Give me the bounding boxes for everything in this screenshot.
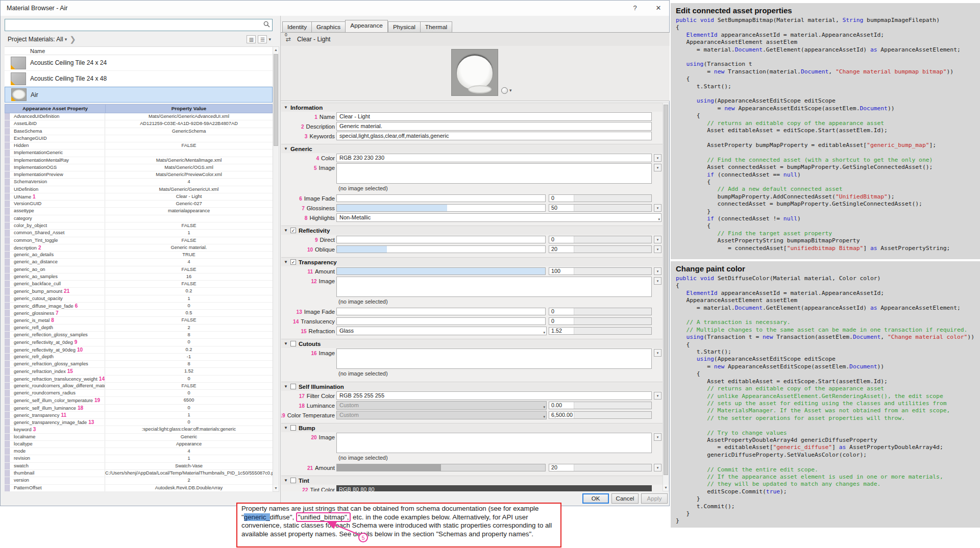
- field-dropdown-icon[interactable]: ▾: [654, 204, 662, 212]
- search-input[interactable]: [5, 19, 261, 31]
- table-row[interactable]: VersionGUIDGeneric-027: [5, 201, 273, 208]
- column-header-property[interactable]: Appearance Asset Property: [5, 105, 106, 113]
- value-spinbox[interactable]: 0: [549, 308, 652, 315]
- dropdown-select[interactable]: Non-Metallic▾: [336, 213, 662, 222]
- table-row[interactable]: revision1: [5, 455, 273, 462]
- table-row[interactable]: BaseSchemaGenericSchema: [5, 128, 273, 135]
- section-checkbox[interactable]: [290, 478, 296, 483]
- scroll-down-icon[interactable]: ▼: [273, 485, 279, 491]
- collapse-triangle-icon[interactable]: ▼: [284, 384, 288, 389]
- section-checkbox[interactable]: ✓: [290, 228, 296, 233]
- table-row[interactable]: description2Generic material.: [5, 244, 273, 252]
- image-picker[interactable]: [336, 348, 652, 369]
- table-row[interactable]: generic_refraction_translucency_weight14…: [5, 376, 273, 383]
- collapse-triangle-icon[interactable]: ▼: [284, 146, 288, 151]
- section-checkbox[interactable]: ✓: [290, 259, 296, 265]
- field-dropdown-icon[interactable]: ▾: [654, 433, 662, 441]
- image-picker[interactable]: [336, 163, 652, 184]
- table-row[interactable]: localtypeAppearance: [5, 441, 273, 448]
- section-header[interactable]: ▼Generic: [281, 144, 663, 153]
- table-row[interactable]: generic_ao_samples16: [5, 273, 273, 281]
- search-icon[interactable]: [261, 20, 272, 30]
- list-item[interactable]: Air: [5, 87, 273, 103]
- table-row[interactable]: generic_backface_cullFALSE: [5, 281, 273, 288]
- table-row[interactable]: keyword3:special:light:glass:clear:off:m…: [5, 426, 273, 433]
- field-dropdown-icon[interactable]: ▾: [654, 267, 662, 275]
- section-header[interactable]: ▼Tint: [281, 476, 663, 485]
- collapse-triangle-icon[interactable]: ▼: [284, 341, 288, 346]
- field-dropdown-icon[interactable]: ▾: [654, 245, 662, 253]
- replace-asset-icon[interactable]: ⇄ 0: [286, 36, 291, 43]
- table-row[interactable]: generic_refl_depth2: [5, 325, 273, 332]
- image-picker[interactable]: [336, 433, 652, 453]
- table-row[interactable]: ExchangeGUID: [5, 135, 273, 142]
- table-row[interactable]: generic_self_illum_color_temperature1965…: [5, 397, 273, 404]
- collapse-triangle-icon[interactable]: ▼: [284, 478, 288, 483]
- table-row[interactable]: generic_roundcorners_allow_different_mat…: [5, 383, 273, 390]
- sections-scrollbar[interactable]: ▼: [663, 103, 669, 491]
- list-item[interactable]: Acoustic Ceiling Tile 24 x 48: [5, 71, 273, 87]
- table-row[interactable]: ImplementationOGSMats/Generic/OGS.xml: [5, 164, 273, 171]
- dropdown-select[interactable]: Custom▾: [336, 401, 547, 410]
- table-row[interactable]: generic_reflection_glossy_samples8: [5, 332, 273, 339]
- table-row[interactable]: thumbnailC:/Users/shenj/AppData/Local/Te…: [5, 470, 273, 477]
- section-header[interactable]: ▼Bump: [281, 423, 663, 432]
- field-dropdown-icon[interactable]: ▾: [654, 392, 662, 400]
- value-spinbox[interactable]: 50: [549, 204, 652, 212]
- value-slider[interactable]: [336, 245, 546, 253]
- value-slider[interactable]: [336, 317, 546, 325]
- image-picker[interactable]: [336, 277, 652, 297]
- color-swatch-field[interactable]: RGB 255 255 255: [336, 391, 652, 400]
- project-materials-dropdown[interactable]: Project Materials: All: [5, 36, 63, 43]
- table-row[interactable]: UIDefinitionMats/Generic/GenericUI.xml: [5, 186, 273, 193]
- table-row[interactable]: generic_self_illum_luminance180: [5, 405, 273, 412]
- scrollbar-thumb[interactable]: [664, 105, 668, 475]
- value-spinbox[interactable]: 6,500.00: [549, 411, 652, 419]
- table-row[interactable]: PatternOffsetAutodesk.Revit.DB.DoubleArr…: [5, 485, 273, 492]
- table-row[interactable]: generic_refraction_glossy_samples8: [5, 361, 273, 368]
- value-slider[interactable]: [336, 464, 546, 471]
- value-slider[interactable]: [336, 308, 546, 315]
- value-slider[interactable]: [336, 267, 546, 275]
- table-row[interactable]: assettypematerialappearance: [5, 208, 273, 215]
- table-row[interactable]: common_Tint_toggleFALSE: [5, 237, 273, 244]
- value-spinbox[interactable]: 1.52: [549, 327, 652, 335]
- table-row[interactable]: HiddenFALSE: [5, 142, 273, 150]
- table-row[interactable]: generic_ao_distance4: [5, 259, 273, 266]
- table-row[interactable]: version2: [5, 477, 273, 484]
- section-header[interactable]: ▼Self Illumination: [281, 382, 663, 391]
- table-row[interactable]: SchemaVersion4: [5, 179, 273, 186]
- list-item[interactable]: Acoustic Ceiling Tile 24 x 24: [5, 55, 273, 71]
- section-checkbox[interactable]: [290, 384, 296, 389]
- table-row[interactable]: generic_reflectivity_at_90deg100.2: [5, 346, 273, 354]
- section-header[interactable]: ▼Information: [281, 103, 663, 112]
- value-slider[interactable]: [336, 236, 546, 243]
- value-slider[interactable]: [336, 194, 546, 202]
- chevron-down-icon[interactable]: ▾: [63, 37, 69, 42]
- preview-shape-dropdown[interactable]: ▾: [501, 87, 513, 94]
- table-row[interactable]: generic_reflectivity_at_0deg90: [5, 339, 273, 346]
- table-row[interactable]: localnameGeneric: [5, 434, 273, 441]
- cancel-button[interactable]: Cancel: [611, 493, 639, 504]
- table-row[interactable]: AssetLibIDAD121259-C03E-4A1D-92D8-59A22B…: [5, 120, 273, 128]
- table-row[interactable]: ImplementationPreviewMats/Generic/Previe…: [5, 171, 273, 179]
- table-row[interactable]: category: [5, 215, 273, 222]
- dropdown-select[interactable]: Custom▾: [336, 411, 547, 419]
- column-header-value[interactable]: Property Value: [106, 105, 272, 113]
- tint-color-swatch[interactable]: RGB 80 80 80: [336, 485, 652, 491]
- field-dropdown-icon[interactable]: ▾: [654, 164, 662, 171]
- text-field[interactable]: Clear - Light: [336, 112, 652, 121]
- tab-physical[interactable]: Physical: [388, 21, 420, 33]
- tab-identity[interactable]: Identity: [282, 21, 311, 33]
- table-row[interactable]: mode4: [5, 448, 273, 455]
- table-row[interactable]: generic_roundcorners_radius0: [5, 390, 273, 397]
- scrollbar-thumb[interactable]: [274, 54, 278, 146]
- field-dropdown-icon[interactable]: ▾: [654, 236, 662, 243]
- table-row[interactable]: generic_refraction_index151.52: [5, 368, 273, 375]
- table-row[interactable]: generic_glossiness70.5: [5, 310, 273, 317]
- ok-button[interactable]: OK: [582, 493, 609, 504]
- section-header[interactable]: ▼✓Transparency: [281, 257, 663, 266]
- table-row[interactable]: ImplementationGeneric: [5, 150, 273, 157]
- scroll-down-icon[interactable]: ▼: [663, 485, 669, 491]
- value-slider[interactable]: [336, 204, 546, 212]
